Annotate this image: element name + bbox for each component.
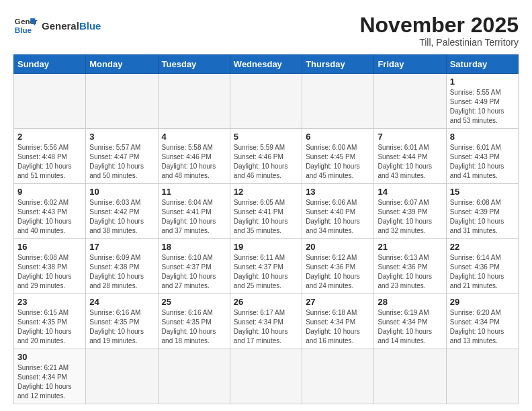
calendar-cell: 5Sunrise: 5:59 AM Sunset: 4:46 PM Daylig… xyxy=(230,129,302,184)
day-number: 15 xyxy=(450,187,515,197)
month-year: November 2025 xyxy=(359,13,519,37)
day-info: Sunrise: 6:14 AM Sunset: 4:36 PM Dayligh… xyxy=(450,253,515,291)
day-info: Sunrise: 6:15 AM Sunset: 4:35 PM Dayligh… xyxy=(17,308,82,346)
day-info: Sunrise: 6:16 AM Sunset: 4:35 PM Dayligh… xyxy=(162,308,226,346)
calendar-cell: 26Sunrise: 6:17 AM Sunset: 4:34 PM Dayli… xyxy=(230,294,302,349)
calendar-cell xyxy=(230,349,302,404)
day-info: Sunrise: 6:01 AM Sunset: 4:43 PM Dayligh… xyxy=(450,143,515,181)
calendar-cell: 16Sunrise: 6:08 AM Sunset: 4:38 PM Dayli… xyxy=(14,239,86,294)
day-info: Sunrise: 6:17 AM Sunset: 4:34 PM Dayligh… xyxy=(234,308,298,346)
title-block: November 2025 Till, Palestinian Territor… xyxy=(359,13,519,48)
day-number: 28 xyxy=(378,297,442,307)
calendar-week-4: 16Sunrise: 6:08 AM Sunset: 4:38 PM Dayli… xyxy=(14,239,519,294)
day-info: Sunrise: 6:20 AM Sunset: 4:34 PM Dayligh… xyxy=(450,308,515,346)
calendar-cell: 27Sunrise: 6:18 AM Sunset: 4:34 PM Dayli… xyxy=(302,294,374,349)
day-info: Sunrise: 5:59 AM Sunset: 4:46 PM Dayligh… xyxy=(234,143,298,181)
day-info: Sunrise: 6:09 AM Sunset: 4:38 PM Dayligh… xyxy=(89,253,154,291)
header-monday: Monday xyxy=(86,55,158,74)
day-number: 19 xyxy=(234,242,298,252)
calendar-table: Sunday Monday Tuesday Wednesday Thursday… xyxy=(13,54,519,404)
day-number: 9 xyxy=(17,187,82,197)
calendar-week-6: 30Sunrise: 6:21 AM Sunset: 4:34 PM Dayli… xyxy=(14,349,519,404)
header-saturday: Saturday xyxy=(446,55,518,74)
calendar-cell: 29Sunrise: 6:20 AM Sunset: 4:34 PM Dayli… xyxy=(446,294,518,349)
calendar-cell: 28Sunrise: 6:19 AM Sunset: 4:34 PM Dayli… xyxy=(374,294,446,349)
calendar-cell: 13Sunrise: 6:06 AM Sunset: 4:40 PM Dayli… xyxy=(302,184,374,239)
day-info: Sunrise: 6:21 AM Sunset: 4:34 PM Dayligh… xyxy=(17,363,82,401)
calendar-cell xyxy=(86,74,158,129)
day-number: 29 xyxy=(450,297,515,307)
calendar-cell xyxy=(158,349,230,404)
day-number: 3 xyxy=(89,132,154,142)
calendar-cell: 18Sunrise: 6:10 AM Sunset: 4:37 PM Dayli… xyxy=(158,239,230,294)
calendar-week-1: 1Sunrise: 5:55 AM Sunset: 4:49 PM Daylig… xyxy=(14,74,519,129)
day-info: Sunrise: 6:06 AM Sunset: 4:40 PM Dayligh… xyxy=(306,198,370,236)
logo-text: GeneralBlue xyxy=(42,20,101,32)
day-number: 18 xyxy=(162,242,226,252)
location: Till, Palestinian Territory xyxy=(359,37,519,48)
day-number: 14 xyxy=(378,187,442,197)
day-info: Sunrise: 5:55 AM Sunset: 4:49 PM Dayligh… xyxy=(450,88,515,126)
calendar-cell: 24Sunrise: 6:16 AM Sunset: 4:35 PM Dayli… xyxy=(86,294,158,349)
logo: General Blue GeneralBlue xyxy=(13,13,101,38)
calendar-cell xyxy=(302,349,374,404)
day-info: Sunrise: 5:57 AM Sunset: 4:47 PM Dayligh… xyxy=(89,143,154,181)
day-info: Sunrise: 6:05 AM Sunset: 4:41 PM Dayligh… xyxy=(234,198,298,236)
calendar-cell xyxy=(14,74,86,129)
calendar-cell: 12Sunrise: 6:05 AM Sunset: 4:41 PM Dayli… xyxy=(230,184,302,239)
calendar-cell: 30Sunrise: 6:21 AM Sunset: 4:34 PM Dayli… xyxy=(14,349,86,404)
day-info: Sunrise: 6:13 AM Sunset: 4:36 PM Dayligh… xyxy=(378,253,442,291)
calendar-cell: 2Sunrise: 5:56 AM Sunset: 4:48 PM Daylig… xyxy=(14,129,86,184)
header-wednesday: Wednesday xyxy=(230,55,302,74)
calendar-cell xyxy=(230,74,302,129)
header-tuesday: Tuesday xyxy=(158,55,230,74)
day-info: Sunrise: 6:01 AM Sunset: 4:44 PM Dayligh… xyxy=(378,143,442,181)
day-number: 26 xyxy=(234,297,298,307)
calendar-cell: 1Sunrise: 5:55 AM Sunset: 4:49 PM Daylig… xyxy=(446,74,518,129)
day-info: Sunrise: 6:08 AM Sunset: 4:38 PM Dayligh… xyxy=(17,253,82,291)
day-number: 20 xyxy=(306,242,370,252)
calendar-cell xyxy=(374,349,446,404)
day-info: Sunrise: 6:12 AM Sunset: 4:36 PM Dayligh… xyxy=(306,253,370,291)
calendar-cell xyxy=(302,74,374,129)
calendar-week-3: 9Sunrise: 6:02 AM Sunset: 4:43 PM Daylig… xyxy=(14,184,519,239)
day-number: 6 xyxy=(306,132,370,142)
day-number: 22 xyxy=(450,242,515,252)
day-number: 8 xyxy=(450,132,515,142)
day-number: 27 xyxy=(306,297,370,307)
calendar-cell: 8Sunrise: 6:01 AM Sunset: 4:43 PM Daylig… xyxy=(446,129,518,184)
day-info: Sunrise: 6:04 AM Sunset: 4:41 PM Dayligh… xyxy=(162,198,226,236)
calendar-cell: 10Sunrise: 6:03 AM Sunset: 4:42 PM Dayli… xyxy=(86,184,158,239)
calendar-cell xyxy=(86,349,158,404)
header-thursday: Thursday xyxy=(302,55,374,74)
calendar-cell: 25Sunrise: 6:16 AM Sunset: 4:35 PM Dayli… xyxy=(158,294,230,349)
day-number: 10 xyxy=(89,187,154,197)
day-number: 1 xyxy=(450,77,515,87)
day-number: 5 xyxy=(234,132,298,142)
day-info: Sunrise: 5:58 AM Sunset: 4:46 PM Dayligh… xyxy=(162,143,226,181)
day-number: 7 xyxy=(378,132,442,142)
calendar-cell: 15Sunrise: 6:08 AM Sunset: 4:39 PM Dayli… xyxy=(446,184,518,239)
day-number: 25 xyxy=(162,297,226,307)
day-number: 4 xyxy=(162,132,226,142)
calendar-cell: 7Sunrise: 6:01 AM Sunset: 4:44 PM Daylig… xyxy=(374,129,446,184)
calendar-cell: 22Sunrise: 6:14 AM Sunset: 4:36 PM Dayli… xyxy=(446,239,518,294)
day-info: Sunrise: 5:56 AM Sunset: 4:48 PM Dayligh… xyxy=(17,143,82,181)
calendar-cell: 23Sunrise: 6:15 AM Sunset: 4:35 PM Dayli… xyxy=(14,294,86,349)
calendar-cell: 4Sunrise: 5:58 AM Sunset: 4:46 PM Daylig… xyxy=(158,129,230,184)
day-info: Sunrise: 6:07 AM Sunset: 4:39 PM Dayligh… xyxy=(378,198,442,236)
day-number: 17 xyxy=(89,242,154,252)
day-info: Sunrise: 6:18 AM Sunset: 4:34 PM Dayligh… xyxy=(306,308,370,346)
day-number: 13 xyxy=(306,187,370,197)
calendar-cell: 9Sunrise: 6:02 AM Sunset: 4:43 PM Daylig… xyxy=(14,184,86,239)
page-header: General Blue GeneralBlue November 2025 T… xyxy=(13,13,519,48)
day-info: Sunrise: 6:10 AM Sunset: 4:37 PM Dayligh… xyxy=(162,253,226,291)
day-number: 16 xyxy=(17,242,82,252)
calendar-cell: 14Sunrise: 6:07 AM Sunset: 4:39 PM Dayli… xyxy=(374,184,446,239)
day-number: 11 xyxy=(162,187,226,197)
calendar-cell: 11Sunrise: 6:04 AM Sunset: 4:41 PM Dayli… xyxy=(158,184,230,239)
day-info: Sunrise: 6:11 AM Sunset: 4:37 PM Dayligh… xyxy=(234,253,298,291)
calendar-cell: 3Sunrise: 5:57 AM Sunset: 4:47 PM Daylig… xyxy=(86,129,158,184)
day-info: Sunrise: 6:00 AM Sunset: 4:45 PM Dayligh… xyxy=(306,143,370,181)
calendar-cell: 17Sunrise: 6:09 AM Sunset: 4:38 PM Dayli… xyxy=(86,239,158,294)
